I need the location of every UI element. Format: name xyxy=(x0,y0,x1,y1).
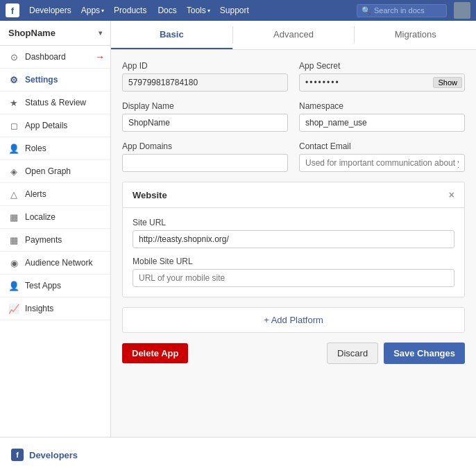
website-section-close[interactable]: × xyxy=(449,189,454,200)
footer-fb-logo: f xyxy=(11,449,24,461)
search-icon: 🔍 xyxy=(362,6,371,15)
save-changes-button[interactable]: Save Changes xyxy=(384,343,465,364)
right-actions: Discard Save Changes xyxy=(327,343,465,364)
sidebar-item-label: Payments xyxy=(25,235,62,245)
sidebar-item-localize[interactable]: ▦ Localize xyxy=(0,206,110,229)
sidebar-item-label: Roles xyxy=(25,144,46,153)
sidebar-dropdown-arrow: ▾ xyxy=(99,29,102,37)
sidebar-item-label: Insights xyxy=(25,304,53,313)
password-field: Show xyxy=(299,73,465,92)
form-row-domains-email: App Domains Contact Email xyxy=(122,141,465,172)
sidebar-item-label: Settings xyxy=(25,75,58,85)
display-name-label: Display Name xyxy=(122,101,288,111)
add-platform-button[interactable]: + Add Platform xyxy=(122,307,465,333)
open-graph-icon: ◈ xyxy=(8,166,19,177)
tab-basic[interactable]: Basic xyxy=(111,21,232,49)
website-section-content: Site URL Mobile Site URL xyxy=(123,208,464,297)
sidebar-app-name: ShopName xyxy=(8,28,56,38)
app-details-icon: ◻ xyxy=(8,120,19,131)
form-row-name-namespace: Display Name Namespace xyxy=(122,101,465,132)
sidebar-item-open-graph[interactable]: ◈ Open Graph xyxy=(0,160,110,183)
apps-dropdown-arrow: ▾ xyxy=(101,8,104,14)
namespace-label: Namespace xyxy=(299,101,465,111)
tab-migrations[interactable]: Migrations xyxy=(355,21,476,49)
contact-email-input[interactable] xyxy=(299,154,465,172)
website-section-title: Website xyxy=(133,190,167,200)
delete-app-button[interactable]: Delete App xyxy=(122,343,188,363)
footer-brand-label: Developers xyxy=(29,450,78,460)
sidebar-item-label: App Details xyxy=(25,121,67,130)
avatar[interactable] xyxy=(454,2,470,19)
namespace-input[interactable] xyxy=(299,114,465,132)
contact-email-label: Contact Email xyxy=(299,141,465,151)
website-section-header: Website × xyxy=(123,182,464,208)
app-id-label: App ID xyxy=(122,61,288,71)
test-apps-icon: 👤 xyxy=(8,280,19,291)
sidebar-item-label: Status & Review xyxy=(25,98,86,107)
sidebar-item-roles[interactable]: 👤 Roles xyxy=(0,137,110,160)
localize-icon: ▦ xyxy=(8,211,19,223)
sidebar-item-label: Open Graph xyxy=(25,166,71,176)
form-group-namespace: Namespace xyxy=(299,101,465,132)
sidebar-item-payments[interactable]: ▦ Payments xyxy=(0,229,110,252)
payments-icon: ▦ xyxy=(8,234,19,245)
form-group-app-secret: App Secret Show xyxy=(299,61,465,92)
sidebar: ShopName ▾ ⊙ Dashboard → ⚙ Settings ★ St… xyxy=(0,21,111,437)
footer: f Developers Products Facebook Login Sha… xyxy=(0,437,476,468)
site-url-input[interactable] xyxy=(133,230,454,248)
content-body: App ID App Secret Show Display Name xyxy=(111,50,476,375)
sidebar-app-selector[interactable]: ShopName ▾ xyxy=(0,21,110,46)
form-row-id-secret: App ID App Secret Show xyxy=(122,61,465,92)
form-group-contact-email: Contact Email xyxy=(299,141,465,172)
search-placeholder: Search in docs xyxy=(374,6,425,15)
form-group-display-name: Display Name xyxy=(122,101,288,132)
fb-logo-icon: f xyxy=(6,3,19,17)
alerts-icon: △ xyxy=(8,189,19,200)
sidebar-item-alerts[interactable]: △ Alerts xyxy=(0,183,110,206)
tab-advanced[interactable]: Advanced xyxy=(233,21,355,49)
nav-docs[interactable]: Docs xyxy=(153,6,180,15)
sidebar-item-app-details[interactable]: ◻ App Details xyxy=(0,114,110,137)
display-name-input[interactable] xyxy=(122,114,288,132)
nav-support[interactable]: Support xyxy=(216,6,253,15)
app-domains-label: App Domains xyxy=(122,141,288,151)
footer-brand-row: f Developers xyxy=(11,449,465,461)
dashboard-arrow: → xyxy=(95,51,105,62)
sidebar-item-settings[interactable]: ⚙ Settings xyxy=(0,69,110,92)
website-section: Website × Site URL Mobile Site URL xyxy=(122,182,465,297)
form-group-mobile-site-url: Mobile Site URL xyxy=(133,257,454,287)
dashboard-icon: ⊙ xyxy=(8,51,19,62)
show-secret-button[interactable]: Show xyxy=(433,77,462,88)
roles-icon: 👤 xyxy=(8,143,19,154)
sidebar-item-audience-network[interactable]: ◉ Audience Network xyxy=(0,252,110,275)
sidebar-item-test-apps[interactable]: 👤 Test Apps xyxy=(0,275,110,297)
mobile-site-url-label: Mobile Site URL xyxy=(133,257,454,266)
nav-brand[interactable]: Developers xyxy=(25,6,76,15)
form-group-site-url: Site URL xyxy=(133,218,454,248)
settings-icon: ⚙ xyxy=(8,74,19,85)
sidebar-item-insights[interactable]: 📈 Insights xyxy=(0,297,110,320)
main-container: ShopName ▾ ⊙ Dashboard → ⚙ Settings ★ St… xyxy=(0,21,476,437)
search-box[interactable]: 🔍 Search in docs xyxy=(357,4,447,17)
sidebar-item-label: Dashboard xyxy=(25,52,66,62)
app-domains-input[interactable] xyxy=(122,154,288,172)
sidebar-item-label: Audience Network xyxy=(25,258,92,268)
nav-tools[interactable]: Tools ▾ xyxy=(184,6,213,15)
form-group-app-domains: App Domains xyxy=(122,141,288,172)
mobile-site-url-input[interactable] xyxy=(133,269,454,287)
audience-network-icon: ◉ xyxy=(8,257,19,268)
nav-apps[interactable]: Apps ▾ xyxy=(78,6,107,15)
insights-icon: 📈 xyxy=(8,303,19,314)
app-secret-label: App Secret xyxy=(299,61,465,71)
app-id-input[interactable] xyxy=(122,73,288,92)
sidebar-item-status-review[interactable]: ★ Status & Review xyxy=(0,92,110,114)
top-nav: f Developers Apps ▾ Products Docs Tools … xyxy=(0,0,476,21)
tools-dropdown-arrow: ▾ xyxy=(207,8,210,14)
tabs: Basic Advanced Migrations xyxy=(111,21,476,50)
sidebar-item-dashboard[interactable]: ⊙ Dashboard → xyxy=(0,46,110,69)
nav-products[interactable]: Products xyxy=(110,6,151,15)
actions-bar: Delete App Discard Save Changes xyxy=(122,343,465,364)
discard-button[interactable]: Discard xyxy=(327,343,378,364)
status-icon: ★ xyxy=(8,97,19,108)
sidebar-item-label: Alerts xyxy=(25,189,46,199)
